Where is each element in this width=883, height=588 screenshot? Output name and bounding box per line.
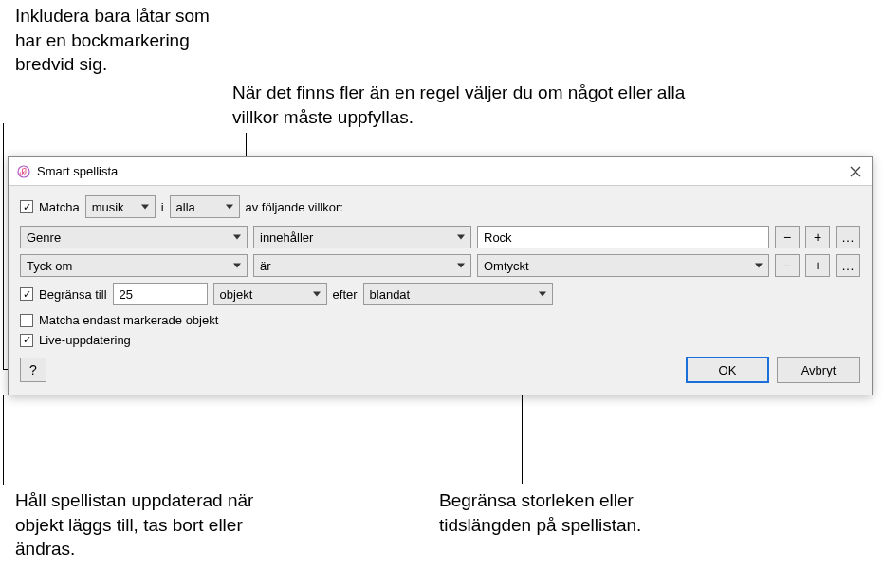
match-checkbox[interactable] — [20, 200, 33, 213]
ok-button[interactable]: OK — [686, 357, 769, 383]
match-checked-only-label: Matcha endast markerade objekt — [39, 313, 218, 327]
annotation-bottom-left: Håll spellistan uppdaterad när objekt lä… — [15, 488, 300, 561]
add-rule-button[interactable]: + — [805, 226, 830, 248]
match-label: Matcha — [39, 200, 80, 214]
rule-value-input[interactable] — [477, 226, 769, 248]
rule-row: Genre innehåller − + … — [20, 226, 860, 248]
limit-checkbox[interactable] — [20, 287, 33, 301]
limit-by-select[interactable]: blandat — [363, 283, 553, 305]
limit-row: Begränsa till objekt efter blandat — [20, 283, 860, 305]
live-update-checkbox[interactable] — [20, 334, 33, 347]
smart-playlist-dialog: Smart spellista Matcha musik i alla av f… — [8, 156, 873, 395]
add-rule-button[interactable]: + — [805, 254, 830, 277]
match-suffix: av följande villkor: — [246, 200, 343, 214]
annotation-top-right: När det finns fler än en regel väljer du… — [232, 81, 726, 129]
match-row: Matcha musik i alla av följande villkor: — [20, 195, 860, 218]
limit-unit-select[interactable]: objekt — [213, 283, 327, 305]
remove-rule-button[interactable]: − — [775, 254, 800, 277]
help-button[interactable]: ? — [20, 358, 46, 382]
rule-more-button[interactable]: … — [836, 226, 860, 248]
dialog-title: Smart spellista — [37, 164, 118, 178]
cancel-button[interactable]: Avbryt — [777, 357, 860, 383]
close-button[interactable] — [847, 163, 864, 180]
match-joiner: i — [161, 200, 164, 214]
live-update-label: Live-uppdatering — [39, 333, 131, 347]
live-update-row: Live-uppdatering — [20, 333, 860, 347]
match-scope-select[interactable]: alla — [170, 195, 240, 218]
remove-rule-button[interactable]: − — [775, 226, 800, 248]
callout-line — [3, 395, 4, 485]
rule-more-button[interactable]: … — [836, 254, 860, 277]
rule-operator-select[interactable]: är — [253, 254, 471, 277]
annotation-bottom-right: Begränsa storleken eller tidslängden på … — [439, 488, 686, 537]
limit-by-label: efter — [333, 287, 358, 302]
annotation-top-left: Inkludera bara låtar som har en bockmark… — [15, 4, 214, 77]
rule-value-select[interactable]: Omtyckt — [477, 254, 769, 277]
limit-label: Begränsa till — [39, 287, 107, 302]
rule-operator-select[interactable]: innehåller — [253, 226, 471, 248]
limit-count-input[interactable] — [113, 283, 208, 305]
callout-line — [3, 123, 4, 370]
match-checked-only-row: Matcha endast markerade objekt — [20, 313, 860, 327]
app-icon — [16, 164, 31, 179]
media-type-select[interactable]: musik — [85, 195, 156, 218]
rule-field-select[interactable]: Tyck om — [20, 254, 248, 277]
dialog-footer: ? OK Avbryt — [20, 357, 860, 383]
rule-field-select[interactable]: Genre — [20, 226, 248, 248]
rule-row: Tyck om är Omtyckt − + … — [20, 254, 860, 277]
match-checked-only-checkbox[interactable] — [20, 314, 33, 327]
titlebar: Smart spellista — [9, 157, 872, 186]
